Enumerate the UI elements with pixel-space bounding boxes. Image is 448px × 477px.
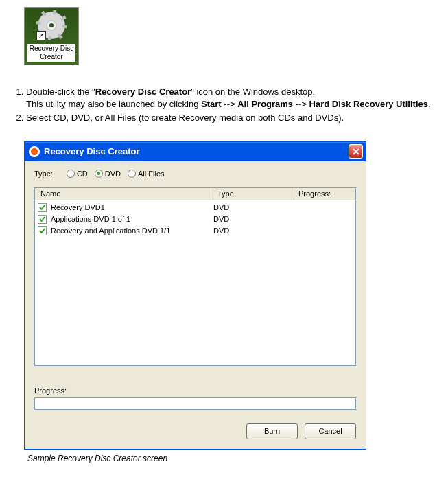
row-name: Recovery DVD1 (51, 203, 213, 211)
instruction-step-1: Double-click the "Recovery Disc Creator"… (26, 86, 441, 110)
title-bar[interactable]: Recovery Disc Creator (25, 142, 366, 161)
list-item[interactable]: Applications DVD 1 of 1 DVD (35, 213, 355, 225)
instructions: Double-click the "Recovery Disc Creator"… (0, 65, 448, 133)
checkmark-icon (38, 227, 46, 235)
cancel-button[interactable]: Cancel (305, 423, 356, 439)
radio-icon (67, 170, 75, 178)
list-header: Name Type Progress: (35, 188, 355, 200)
burn-button[interactable]: Burn (246, 423, 298, 439)
progress-label: Progress: (34, 386, 356, 395)
desktop-icon-area: ↗ Recovery Disc Creator (0, 0, 448, 65)
app-icon (29, 146, 40, 157)
radio-icon (95, 170, 103, 178)
svg-point-3 (49, 23, 54, 27)
close-button[interactable] (349, 144, 363, 159)
close-icon (353, 148, 359, 155)
list-body: Recovery DVD1 DVD Applications DVD 1 of … (35, 200, 355, 238)
checkmark-icon (38, 216, 46, 223)
row-type: DVD (213, 215, 294, 223)
disc-list: Name Type Progress: Recovery DVD1 DVD Ap… (34, 187, 356, 366)
desktop-shortcut[interactable]: ↗ Recovery Disc Creator (24, 7, 79, 65)
caption: Sample Recovery Disc Creator screen (27, 454, 448, 463)
list-item[interactable]: Recovery DVD1 DVD (35, 202, 355, 213)
radio-cd[interactable]: CD (67, 170, 88, 178)
type-selector-row: Type: CD DVD All Files (34, 170, 356, 178)
progress-section: Progress: (34, 386, 356, 410)
type-label: Type: (34, 170, 53, 178)
radio-icon (128, 170, 136, 178)
column-header-type[interactable]: Type (213, 188, 294, 200)
row-type: DVD (213, 226, 294, 235)
radio-dvd-label: DVD (105, 170, 121, 178)
column-header-progress[interactable]: Progress: (294, 188, 355, 200)
window-title: Recovery Disc Creator (44, 146, 349, 156)
radio-cd-label: CD (77, 170, 88, 178)
radio-all-label: All Files (138, 170, 165, 178)
column-header-name[interactable]: Name (35, 188, 213, 200)
desktop-icon-label: Recovery Disc Creator (27, 44, 75, 62)
window-body: Type: CD DVD All Files Name Typ (25, 161, 366, 449)
shortcut-arrow-icon: ↗ (36, 31, 46, 40)
row-name: Applications DVD 1 of 1 (51, 215, 213, 223)
radio-dvd[interactable]: DVD (95, 170, 121, 178)
list-item[interactable]: Recovery and Applications DVD 1/1 DVD (35, 225, 355, 237)
row-name: Recovery and Applications DVD 1/1 (51, 226, 213, 235)
checkbox[interactable] (38, 215, 47, 224)
checkbox[interactable] (38, 226, 47, 235)
checkmark-icon (38, 204, 46, 211)
radio-all-files[interactable]: All Files (128, 170, 165, 178)
button-row: Burn Cancel (34, 423, 356, 439)
checkbox[interactable] (38, 203, 47, 212)
instruction-step-2: Select CD, DVD, or All Files (to create … (26, 112, 441, 124)
app-window: Recovery Disc Creator Type: CD DVD (24, 141, 366, 450)
progress-bar (34, 397, 356, 410)
disc-icon: ↗ (36, 10, 67, 40)
row-type: DVD (213, 203, 294, 211)
